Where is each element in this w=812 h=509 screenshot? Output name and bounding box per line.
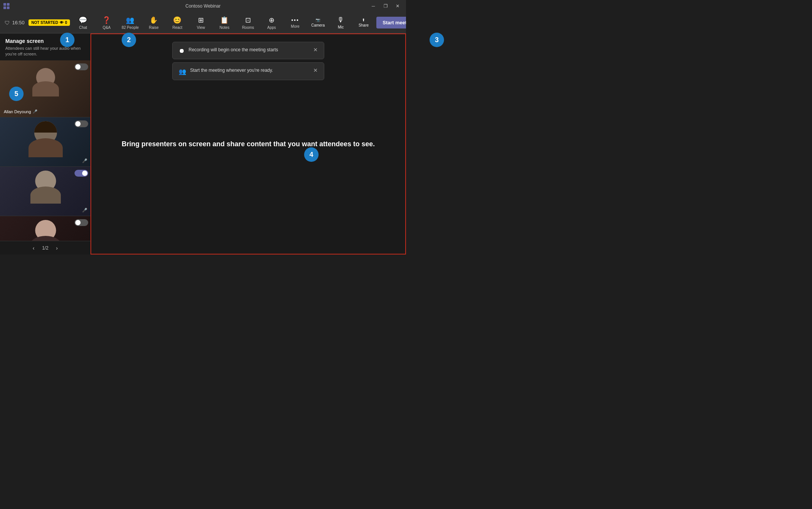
- ready-icon: 👥: [179, 68, 186, 75]
- stage-message: Bring presenters on screen and share con…: [106, 140, 390, 148]
- notification-ready: 👥 Start the meeting whenever you're read…: [172, 62, 324, 80]
- camera-label: Camera: [311, 23, 325, 27]
- toolbar-left: 🛡 16:50 NOT STARTED 👁 0: [5, 19, 70, 26]
- svg-rect-3: [7, 6, 10, 9]
- restore-button[interactable]: ❐: [380, 2, 391, 10]
- main-content: Manage screen Attendees can still hear y…: [0, 33, 406, 254]
- qna-button[interactable]: ❓ Q&A: [95, 14, 118, 32]
- bubble-5: 5: [9, 87, 24, 101]
- people-button[interactable]: 👥 82 People: [119, 14, 141, 32]
- eye-icon: 👁: [60, 21, 63, 25]
- status-badge: NOT STARTED 👁 0: [29, 19, 70, 26]
- recording-icon: ⏺: [179, 47, 185, 54]
- presenter-toggle-3[interactable]: [75, 170, 88, 177]
- chat-icon: 💬: [79, 16, 87, 24]
- presenter-card-4: 🎤: [0, 216, 90, 241]
- mic-icon: 🎙: [337, 16, 344, 24]
- screen-toggle-1[interactable]: [75, 63, 88, 70]
- view-button[interactable]: ⊞ View: [189, 14, 212, 32]
- manage-screen-sidebar: Manage screen Attendees can still hear y…: [0, 33, 91, 254]
- presenter-card-2: 🎤: [0, 117, 90, 167]
- close-button[interactable]: ✕: [392, 2, 403, 10]
- more-label: More: [291, 24, 300, 28]
- mic-muted-icon: 🎤: [33, 109, 37, 114]
- stage-area: ⏺ Recording will begin once the meeting …: [91, 33, 406, 254]
- raise-icon: ✋: [149, 16, 158, 24]
- sidebar-header: Manage screen Attendees can still hear y…: [0, 33, 90, 60]
- people-label: 82 People: [122, 25, 139, 30]
- notification-ready-text: Start the meeting whenever you're ready.: [190, 67, 309, 74]
- toolbar-center: 💬 Chat ❓ Q&A 👥 82 People ✋ Raise 😊 React…: [71, 14, 306, 32]
- toolbar: 🛡 16:50 NOT STARTED 👁 0 💬 Chat ❓ Q&A 👥 8…: [0, 12, 406, 33]
- apps-icon: ⊕: [269, 16, 274, 24]
- svg-rect-2: [3, 6, 6, 9]
- notes-label: Notes: [219, 25, 229, 30]
- mic-button[interactable]: 🎙 Mic: [331, 14, 350, 32]
- more-icon: •••: [291, 17, 299, 23]
- people-icon: 👥: [126, 16, 134, 24]
- prev-page-button[interactable]: ‹: [30, 243, 38, 253]
- camera-button[interactable]: 📷 Camera: [308, 14, 328, 32]
- window-title: Contoso Webinar: [186, 3, 221, 9]
- view-icon: ⊞: [198, 16, 204, 24]
- shield-icon: 🛡: [5, 20, 10, 26]
- minimize-button[interactable]: ─: [368, 2, 379, 10]
- mic-label: Mic: [338, 25, 344, 29]
- bubble-4: 4: [304, 147, 319, 162]
- toolbar-right: 📷 Camera 🎙 Mic ⬆ Share Start meeting 📞 L…: [308, 14, 406, 32]
- camera-icon: 📷: [316, 18, 320, 22]
- notifications-area: ⏺ Recording will begin once the meeting …: [172, 42, 324, 80]
- app-logo: [3, 2, 11, 10]
- pagination: ‹ 1/2 ›: [0, 241, 90, 254]
- share-label: Share: [358, 23, 369, 27]
- view-count: 0: [65, 21, 67, 25]
- time-display: 16:50: [12, 20, 25, 25]
- presenter-toggle-4[interactable]: [75, 219, 88, 226]
- start-meeting-button[interactable]: Start meeting: [376, 17, 406, 28]
- svg-rect-1: [7, 3, 10, 6]
- svg-rect-0: [3, 3, 6, 6]
- presenter-toggle-2[interactable]: [75, 120, 88, 127]
- notification-recording-text: Recording will begin once the meeting st…: [189, 47, 309, 53]
- page-indicator: 1/2: [42, 245, 49, 251]
- apps-button[interactable]: ⊕ Apps: [260, 14, 283, 32]
- screen-toggle-4[interactable]: [75, 219, 88, 226]
- share-icon: ⬆: [362, 18, 365, 22]
- presenter-toggle-1[interactable]: [75, 63, 88, 70]
- raise-label: Raise: [149, 25, 159, 30]
- notes-icon: 📋: [220, 16, 228, 24]
- notification-recording: ⏺ Recording will begin once the meeting …: [172, 42, 324, 59]
- rooms-icon: ⊡: [245, 16, 251, 24]
- window-controls[interactable]: ─ ❐ ✕: [368, 2, 403, 10]
- react-button[interactable]: 😊 React: [166, 14, 189, 32]
- chat-button[interactable]: 💬 Chat: [71, 14, 94, 32]
- notification-ready-close[interactable]: ✕: [313, 67, 318, 73]
- raise-button[interactable]: ✋ Raise: [142, 14, 165, 32]
- screen-toggle-2[interactable]: [75, 120, 88, 127]
- titlebar: Contoso Webinar ─ ❐ ✕: [0, 0, 406, 12]
- presenter-card-3: 🎤: [0, 167, 90, 216]
- chat-label: Chat: [79, 25, 87, 30]
- bubble-2: 2: [122, 33, 136, 47]
- presenter-name-1: Allan Deyoung 🎤: [4, 109, 37, 114]
- more-button[interactable]: ••• More: [284, 14, 306, 32]
- manage-screen-subtitle: Attendees can still hear your audio when…: [5, 46, 85, 57]
- share-button[interactable]: ⬆ Share: [354, 14, 373, 32]
- status-label: NOT STARTED: [32, 21, 58, 25]
- react-label: React: [172, 25, 182, 30]
- notification-recording-close[interactable]: ✕: [313, 47, 318, 53]
- apps-label: Apps: [267, 25, 276, 30]
- rooms-button[interactable]: ⊡ Rooms: [236, 14, 259, 32]
- qna-icon: ❓: [102, 16, 111, 24]
- screen-toggle-3[interactable]: [75, 170, 88, 177]
- notes-button[interactable]: 📋 Notes: [213, 14, 236, 32]
- next-page-button[interactable]: ›: [53, 243, 61, 253]
- bubble-1: 1: [60, 33, 75, 47]
- rooms-label: Rooms: [242, 25, 254, 30]
- react-icon: 😊: [173, 16, 181, 24]
- qna-label: Q&A: [103, 25, 111, 30]
- view-label: View: [197, 25, 205, 30]
- people-button-wrap: 👥 82 People: [119, 14, 141, 32]
